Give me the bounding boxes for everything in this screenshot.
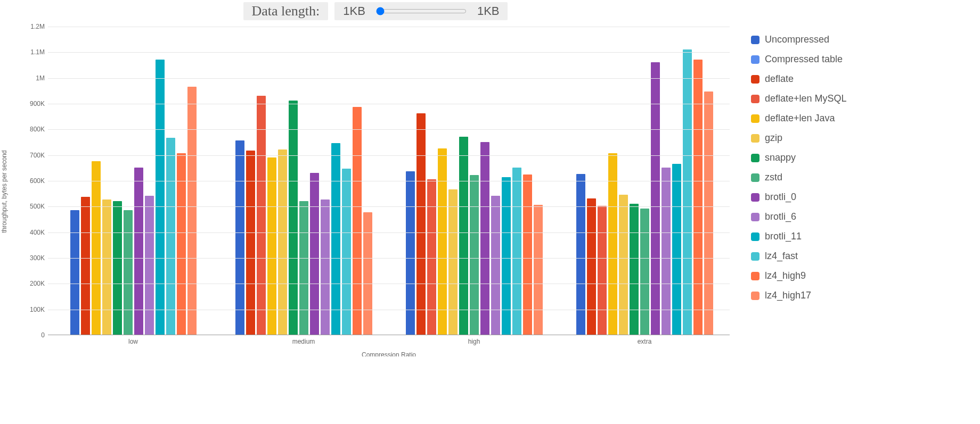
- legend-item[interactable]: deflate: [751, 73, 847, 85]
- bar[interactable]: [459, 137, 468, 335]
- legend-item[interactable]: lz4_high9: [751, 270, 847, 281]
- legend-item[interactable]: Uncompressed: [751, 34, 847, 45]
- bar[interactable]: [81, 197, 90, 335]
- bar[interactable]: [523, 174, 532, 335]
- bar[interactable]: [502, 177, 511, 335]
- legend-item[interactable]: deflate+len MySQL: [751, 93, 847, 104]
- legend-swatch: [751, 95, 760, 103]
- y-tick-label: 1.1M: [30, 48, 45, 56]
- bar[interactable]: [299, 201, 308, 335]
- legend-swatch: [751, 292, 760, 300]
- legend-item[interactable]: Compressed table: [751, 54, 847, 65]
- data-length-slider[interactable]: [376, 7, 467, 15]
- bar[interactable]: [257, 96, 266, 335]
- bar[interactable]: [92, 161, 101, 335]
- bar[interactable]: [448, 189, 458, 335]
- legend-label: zstd: [765, 172, 782, 183]
- bar[interactable]: [416, 113, 426, 335]
- bar[interactable]: [166, 138, 175, 335]
- plot-area: lowmediumhighextra 0100K200K300K400K500K…: [48, 27, 730, 335]
- bar[interactable]: [470, 175, 479, 335]
- bar[interactable]: [310, 173, 319, 335]
- grid-line: [48, 206, 730, 207]
- bar[interactable]: [267, 157, 276, 335]
- bar[interactable]: [587, 198, 596, 335]
- bar[interactable]: [156, 60, 165, 335]
- grid-line: [48, 181, 730, 181]
- legend-swatch: [751, 114, 760, 123]
- bar[interactable]: [289, 101, 298, 335]
- x-tick-label: extra: [638, 338, 652, 345]
- legend-label: Uncompressed: [765, 34, 829, 45]
- bar[interactable]: [246, 151, 255, 335]
- legend-swatch: [751, 213, 760, 221]
- y-axis-label: throughput, bytes per second: [1, 150, 8, 232]
- bar[interactable]: [331, 143, 340, 335]
- bar[interactable]: [683, 49, 692, 335]
- x-tick-label: medium: [292, 338, 315, 345]
- bar[interactable]: [321, 199, 330, 335]
- bar[interactable]: [534, 205, 543, 335]
- bar[interactable]: [619, 195, 628, 335]
- legend-swatch: [751, 55, 760, 64]
- legend-item[interactable]: lz4_fast: [751, 251, 847, 262]
- bar[interactable]: [363, 212, 372, 335]
- bar[interactable]: [145, 196, 154, 335]
- grid-line: [48, 258, 730, 259]
- bar[interactable]: [70, 210, 79, 335]
- legend-label: brotli_6: [765, 211, 796, 222]
- legend-label: deflate+len MySQL: [765, 93, 847, 104]
- grid-line: [48, 78, 730, 79]
- y-tick-label: 1.2M: [30, 23, 45, 30]
- legend-item[interactable]: gzip: [751, 132, 847, 144]
- bar[interactable]: [353, 107, 362, 335]
- bar[interactable]: [704, 92, 713, 335]
- chart-plot: throughput, bytes per second lowmediumhi…: [21, 27, 730, 356]
- bar[interactable]: [113, 201, 122, 335]
- grid-line: [48, 52, 730, 53]
- legend-label: lz4_high9: [765, 270, 806, 281]
- x-tick-label: low: [128, 338, 138, 345]
- bar[interactable]: [406, 171, 415, 335]
- bar[interactable]: [630, 204, 639, 335]
- legend-item[interactable]: brotli_0: [751, 192, 847, 203]
- legend-item[interactable]: snappy: [751, 152, 847, 163]
- y-tick-label: 0: [41, 331, 45, 339]
- bar[interactable]: [640, 209, 649, 335]
- bar[interactable]: [427, 179, 436, 335]
- legend-swatch: [751, 252, 760, 261]
- legend-swatch: [751, 36, 760, 44]
- bar[interactable]: [438, 148, 447, 335]
- x-axis-label: Compression Ratio: [48, 351, 730, 356]
- bar[interactable]: [651, 62, 660, 335]
- y-tick-label: 400K: [30, 229, 45, 236]
- x-tick-label: high: [468, 338, 480, 345]
- legend-item[interactable]: deflate+len Java: [751, 113, 847, 124]
- legend-item[interactable]: brotli_11: [751, 231, 847, 242]
- bar[interactable]: [491, 196, 500, 335]
- legend-item[interactable]: brotli_6: [751, 211, 847, 222]
- y-tick-label: 800K: [30, 126, 45, 133]
- bar[interactable]: [576, 174, 585, 335]
- y-tick-label: 1M: [36, 74, 45, 82]
- grid-line: [48, 310, 730, 310]
- legend-swatch: [751, 154, 760, 162]
- grid-line: [48, 284, 730, 284]
- bar[interactable]: [278, 149, 287, 335]
- y-tick-label: 100K: [30, 306, 45, 313]
- y-tick-label: 300K: [30, 254, 45, 262]
- grid-line: [48, 129, 730, 130]
- data-length-label: Data length:: [243, 2, 329, 20]
- bar[interactable]: [102, 199, 111, 335]
- bar[interactable]: [124, 210, 133, 335]
- bar[interactable]: [598, 206, 607, 335]
- legend-item[interactable]: zstd: [751, 172, 847, 183]
- bar[interactable]: [480, 142, 489, 335]
- bar[interactable]: [693, 60, 703, 335]
- legend-item[interactable]: lz4_high17: [751, 290, 847, 301]
- bar[interactable]: [187, 87, 197, 335]
- legend-label: brotli_11: [765, 231, 802, 242]
- legend-label: lz4_high17: [765, 290, 811, 301]
- bar[interactable]: [235, 140, 244, 335]
- legend-swatch: [751, 173, 760, 182]
